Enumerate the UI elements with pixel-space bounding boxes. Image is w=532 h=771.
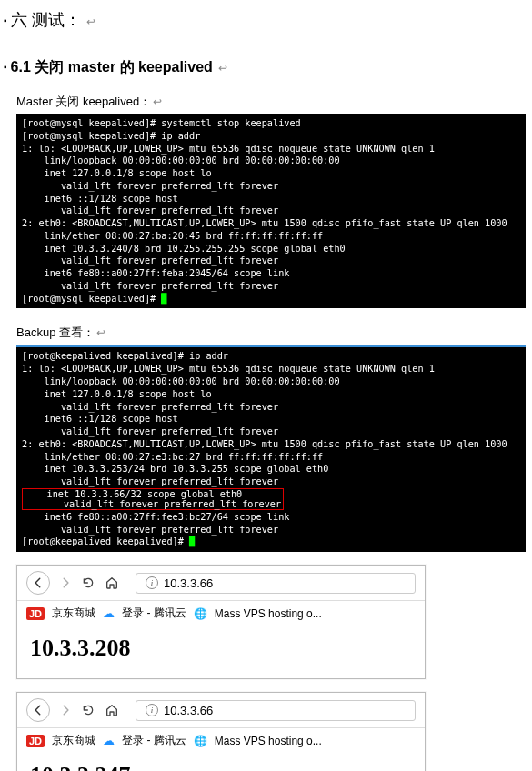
jd-badge-icon: JD: [26, 607, 45, 620]
site-info-icon[interactable]: i: [146, 576, 158, 589]
reload-button[interactable]: [81, 576, 95, 590]
nav-buttons: [26, 698, 119, 722]
forward-arrow-icon: [59, 576, 72, 589]
nav-buttons: [26, 571, 119, 595]
url-text: 10.3.3.66: [164, 704, 213, 717]
bookmark-jd[interactable]: 京东商城: [52, 733, 95, 748]
browser-toolbar: i 10.3.3.66: [17, 693, 425, 728]
bullet-icon: ▪: [4, 62, 7, 72]
back-button[interactable]: [26, 698, 50, 722]
forward-button[interactable]: [59, 576, 72, 589]
heading-6-1: 6.1 关闭 master 的 keepalived: [11, 58, 213, 77]
bullet-icon: ▪: [4, 15, 7, 25]
return-mark: ↩: [218, 62, 227, 75]
browser-window-1: i 10.3.3.66 JD 京东商城 ☁ 登录 - 腾讯云 🌐 Mass VP…: [16, 565, 426, 679]
reload-button[interactable]: [81, 703, 95, 717]
master-caption: Master 关闭 keepalived：: [16, 95, 151, 108]
globe-icon: 🌐: [194, 607, 207, 620]
forward-arrow-icon: [59, 704, 72, 716]
bookmark-massvps[interactable]: Mass VPS hosting o...: [215, 607, 322, 620]
browser-window-2: i 10.3.3.66 JD 京东商城 ☁ 登录 - 腾讯云 🌐 Mass VP…: [16, 692, 426, 771]
backup-caption-row: Backup 查看：↩: [16, 325, 523, 341]
reload-icon: [81, 703, 95, 717]
back-arrow-icon: [32, 576, 45, 589]
jd-badge-icon: JD: [26, 735, 45, 747]
forward-button[interactable]: [59, 704, 72, 716]
url-text: 10.3.3.66: [164, 576, 213, 590]
bookmark-massvps[interactable]: Mass VPS hosting o...: [215, 735, 322, 747]
site-info-icon[interactable]: i: [146, 704, 158, 716]
browser-page-body: 10.3.3.247: [17, 753, 425, 771]
address-bar[interactable]: i 10.3.3.66: [136, 573, 416, 594]
return-mark: ↩: [86, 15, 95, 28]
browser-page-body: 10.3.3.208: [17, 626, 425, 678]
master-terminal: [root@mysql keepalived]# systemctl stop …: [16, 114, 526, 308]
back-button[interactable]: [26, 571, 50, 595]
return-mark: ↩: [153, 95, 162, 108]
bookmark-qcloud[interactable]: 登录 - 腾讯云: [122, 606, 186, 621]
heading-six-tests: 六 测试：: [11, 9, 81, 31]
cloud-icon: ☁: [103, 734, 115, 747]
home-button[interactable]: [105, 703, 119, 717]
home-icon: [105, 576, 119, 590]
bookmark-jd[interactable]: 京东商城: [52, 606, 95, 621]
address-bar[interactable]: i 10.3.3.66: [136, 700, 416, 721]
page-ip-heading: 10.3.3.247: [30, 762, 412, 771]
backup-terminal: [root@keepalived keepalived]# ip addr 1:…: [16, 345, 526, 552]
bookmark-qcloud[interactable]: 登录 - 腾讯云: [122, 733, 186, 748]
heading-level-1-row: ▪ 六 测试： ↩: [0, 9, 523, 31]
master-caption-row: Master 关闭 keepalived：↩: [16, 94, 523, 110]
back-arrow-icon: [32, 704, 45, 716]
backup-caption: Backup 查看：: [16, 325, 95, 339]
reload-icon: [81, 576, 95, 590]
bookmarks-bar: JD 京东商城 ☁ 登录 - 腾讯云 🌐 Mass VPS hosting o.…: [17, 601, 425, 626]
home-icon: [105, 703, 119, 717]
heading-6-1-row: ▪ 6.1 关闭 master 的 keepalived ↩: [0, 58, 523, 77]
home-button[interactable]: [105, 576, 119, 590]
page-ip-heading: 10.3.3.208: [30, 635, 412, 662]
globe-icon: 🌐: [194, 735, 207, 747]
cloud-icon: ☁: [103, 606, 115, 620]
browser-toolbar: i 10.3.3.66: [17, 566, 425, 601]
bookmarks-bar: JD 京东商城 ☁ 登录 - 腾讯云 🌐 Mass VPS hosting o.…: [17, 728, 425, 753]
return-mark: ↩: [96, 326, 105, 339]
